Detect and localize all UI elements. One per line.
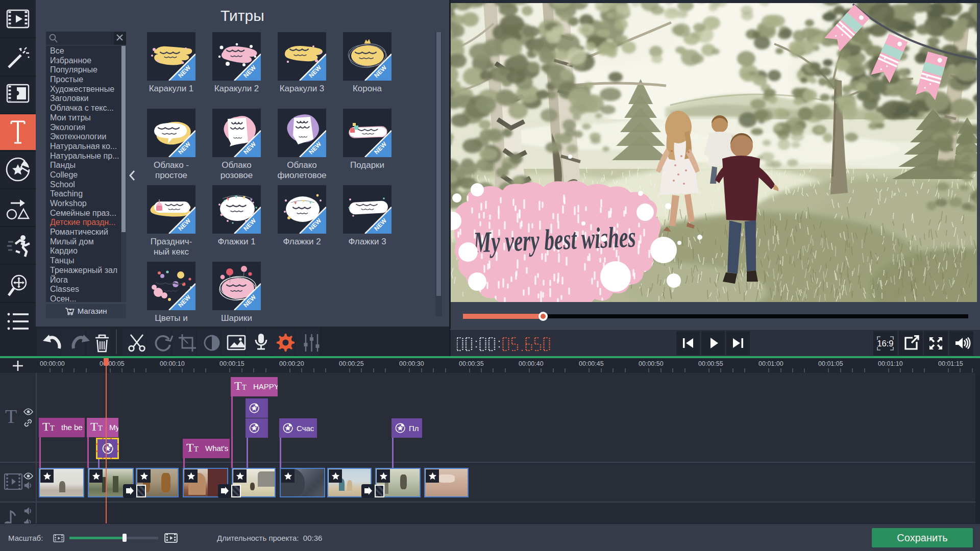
svg-text:My very best wishes: My very best wishes xyxy=(473,220,636,259)
svg-text:16:9: 16:9 xyxy=(877,339,893,348)
